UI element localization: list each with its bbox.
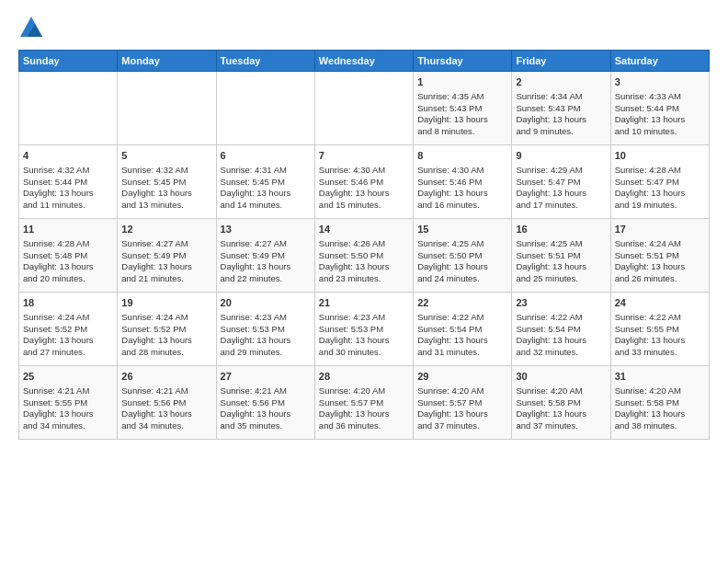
cell-content: Sunrise: 4:33 AM [615, 91, 705, 103]
calendar-table: SundayMondayTuesdayWednesdayThursdayFrid… [18, 50, 710, 440]
calendar-cell: 8Sunrise: 4:30 AMSunset: 5:46 PMDaylight… [414, 145, 512, 219]
cell-content: Sunset: 5:52 PM [121, 324, 211, 336]
cell-content: and 38 minutes. [615, 420, 705, 432]
calendar-cell: 16Sunrise: 4:25 AMSunset: 5:51 PMDayligh… [512, 219, 610, 293]
cell-content: and 13 minutes. [121, 200, 211, 212]
cell-content: Sunset: 5:47 PM [516, 177, 606, 189]
cell-content: and 30 minutes. [319, 347, 409, 359]
cell-content: Sunset: 5:57 PM [319, 397, 409, 409]
cell-content: Sunrise: 4:26 AM [319, 238, 409, 250]
cell-content: Sunrise: 4:27 AM [221, 238, 311, 250]
day-number: 17 [615, 223, 705, 236]
header-tuesday: Tuesday [216, 51, 314, 72]
cell-content: Daylight: 13 hours [516, 114, 606, 126]
cell-content: Sunrise: 4:32 AM [121, 165, 211, 177]
cell-content: Sunset: 5:54 PM [516, 324, 606, 336]
calendar-cell: 31Sunrise: 4:20 AMSunset: 5:58 PMDayligh… [610, 366, 709, 440]
cell-content: Sunset: 5:46 PM [417, 177, 507, 189]
cell-content: Sunset: 5:48 PM [23, 250, 113, 262]
cell-content: Daylight: 13 hours [221, 261, 311, 273]
cell-content: Daylight: 13 hours [516, 188, 606, 200]
cell-content: Daylight: 13 hours [417, 114, 507, 126]
calendar-cell: 3Sunrise: 4:33 AMSunset: 5:44 PMDaylight… [610, 72, 709, 145]
calendar-cell: 25Sunrise: 4:21 AMSunset: 5:55 PMDayligh… [19, 366, 118, 440]
cell-content: Daylight: 13 hours [23, 188, 113, 200]
cell-content: Sunrise: 4:30 AM [417, 165, 507, 177]
day-number: 10 [615, 149, 705, 163]
day-number: 29 [417, 370, 507, 384]
cell-content: Sunrise: 4:20 AM [319, 385, 409, 397]
cell-content: Sunset: 5:47 PM [615, 177, 705, 189]
cell-content: Sunrise: 4:28 AM [23, 238, 113, 250]
calendar-cell: 12Sunrise: 4:27 AMSunset: 5:49 PMDayligh… [118, 219, 216, 293]
cell-content: Sunrise: 4:31 AM [221, 165, 311, 177]
day-number: 8 [417, 149, 507, 163]
calendar-cell: 21Sunrise: 4:23 AMSunset: 5:53 PMDayligh… [314, 293, 413, 366]
calendar-cell: 30Sunrise: 4:20 AMSunset: 5:58 PMDayligh… [512, 366, 610, 440]
cell-content: and 34 minutes. [23, 420, 113, 432]
calendar-cell: 13Sunrise: 4:27 AMSunset: 5:49 PMDayligh… [216, 219, 314, 293]
cell-content: Daylight: 13 hours [417, 335, 507, 347]
cell-content: Sunrise: 4:29 AM [516, 165, 606, 177]
cell-content: and 23 minutes. [319, 273, 409, 285]
cell-content: Daylight: 13 hours [319, 188, 409, 200]
calendar-cell [118, 72, 216, 145]
calendar-cell: 7Sunrise: 4:30 AMSunset: 5:46 PMDaylight… [314, 145, 413, 219]
cell-content: Sunset: 5:50 PM [417, 250, 507, 262]
cell-content: Sunrise: 4:22 AM [516, 312, 606, 324]
cell-content: and 24 minutes. [417, 273, 507, 285]
day-number: 4 [23, 149, 113, 163]
day-number: 25 [23, 370, 113, 384]
cell-content: Daylight: 13 hours [221, 188, 311, 200]
cell-content: Sunset: 5:44 PM [23, 177, 113, 189]
cell-content: and 29 minutes. [221, 347, 311, 359]
cell-content: Daylight: 13 hours [516, 408, 606, 420]
cell-content: and 9 minutes. [516, 126, 606, 138]
cell-content: Sunrise: 4:24 AM [23, 312, 113, 324]
header-wednesday: Wednesday [314, 51, 413, 72]
cell-content: and 36 minutes. [319, 420, 409, 432]
header-sunday: Sunday [19, 51, 118, 72]
calendar-cell: 10Sunrise: 4:28 AMSunset: 5:47 PMDayligh… [610, 145, 709, 219]
cell-content: Sunset: 5:45 PM [121, 177, 211, 189]
cell-content: Daylight: 13 hours [23, 335, 113, 347]
calendar-cell: 24Sunrise: 4:22 AMSunset: 5:55 PMDayligh… [610, 293, 709, 366]
day-number: 31 [615, 370, 705, 384]
cell-content: Sunset: 5:58 PM [516, 397, 606, 409]
cell-content: Sunset: 5:43 PM [516, 103, 606, 115]
cell-content: Sunset: 5:43 PM [417, 103, 507, 115]
cell-content: Sunset: 5:53 PM [319, 324, 409, 336]
cell-content: and 34 minutes. [121, 420, 211, 432]
calendar-cell: 20Sunrise: 4:23 AMSunset: 5:53 PMDayligh… [216, 293, 314, 366]
cell-content: Daylight: 13 hours [615, 188, 705, 200]
calendar-cell: 4Sunrise: 4:32 AMSunset: 5:44 PMDaylight… [19, 145, 118, 219]
cell-content: and 26 minutes. [615, 273, 705, 285]
calendar-cell: 19Sunrise: 4:24 AMSunset: 5:52 PMDayligh… [118, 293, 216, 366]
cell-content: Sunrise: 4:22 AM [615, 312, 705, 324]
day-number: 30 [516, 370, 606, 384]
cell-content: and 17 minutes. [516, 200, 606, 212]
calendar-cell: 26Sunrise: 4:21 AMSunset: 5:56 PMDayligh… [118, 366, 216, 440]
day-number: 26 [121, 370, 211, 384]
logo-icon [18, 15, 44, 40]
cell-content: Sunrise: 4:23 AM [221, 312, 311, 324]
week-row-0: 1Sunrise: 4:35 AMSunset: 5:43 PMDaylight… [19, 72, 710, 145]
cell-content: and 31 minutes. [417, 347, 507, 359]
cell-content: Sunrise: 4:27 AM [121, 238, 211, 250]
cell-content: Sunset: 5:53 PM [221, 324, 311, 336]
day-number: 7 [319, 149, 409, 163]
cell-content: Sunrise: 4:30 AM [319, 165, 409, 177]
cell-content: Daylight: 13 hours [121, 408, 211, 420]
cell-content: and 33 minutes. [615, 347, 705, 359]
cell-content: Sunrise: 4:25 AM [516, 238, 606, 250]
calendar-cell: 6Sunrise: 4:31 AMSunset: 5:45 PMDaylight… [216, 145, 314, 219]
cell-content: Daylight: 13 hours [516, 335, 606, 347]
header-monday: Monday [118, 51, 216, 72]
header-thursday: Thursday [414, 51, 512, 72]
calendar-cell: 28Sunrise: 4:20 AMSunset: 5:57 PMDayligh… [314, 366, 413, 440]
day-number: 15 [417, 223, 507, 236]
cell-content: Sunset: 5:55 PM [23, 397, 113, 409]
day-number: 9 [516, 149, 606, 163]
cell-content: Daylight: 13 hours [417, 261, 507, 273]
cell-content: Sunset: 5:51 PM [516, 250, 606, 262]
